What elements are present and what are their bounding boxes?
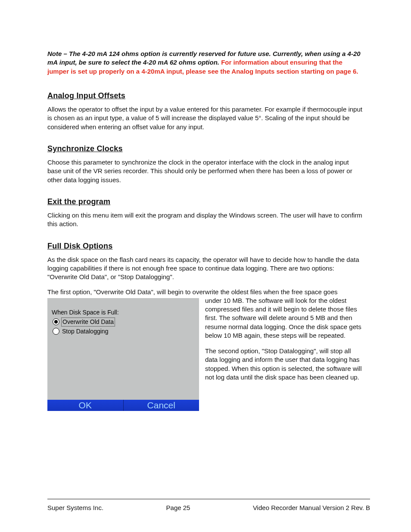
radio-stop-label: Stop Datalogging <box>61 327 109 336</box>
ok-button[interactable]: OK <box>47 400 124 411</box>
radio-icon <box>53 328 59 335</box>
dialog-body: When Disk Space is Full: Overwrite Old D… <box>47 298 199 336</box>
radio-stop[interactable]: Stop Datalogging <box>52 327 195 336</box>
body-analog: Allows the operator to offset the input … <box>47 105 364 131</box>
body-exit: Clicking on this menu item will exit the… <box>47 211 364 229</box>
body-fulldisk-lead: The first option, "Overwrite Old Data", … <box>47 288 337 296</box>
note-trail: . <box>218 59 221 66</box>
footer-doc-version: Video Recorder Manual Version 2 Rev. B <box>253 504 370 512</box>
document-page: Note – The 4-20 mA 124 ohms option is cu… <box>0 0 411 532</box>
heading-analog-input-offsets: Analog Input Offsets <box>47 90 364 101</box>
body-sync: Choose this parameter to synchronize the… <box>47 158 364 184</box>
body-fulldisk-intro: As the disk space on the flash card near… <box>47 255 364 282</box>
fulldisk-detail: The first option, "Overwrite Old Data", … <box>47 288 364 414</box>
dialog-button-bar: OK Cancel <box>47 400 199 411</box>
page-footer: Super Systems Inc. Page 25 Video Recorde… <box>47 499 370 512</box>
cancel-button[interactable]: Cancel <box>124 400 199 411</box>
note-block: Note – The 4-20 mA 124 ohms option is cu… <box>47 50 364 76</box>
radio-overwrite[interactable]: Overwrite Old Data <box>52 317 195 327</box>
radio-overwrite-label: Overwrite Old Data <box>61 317 115 327</box>
heading-exit-program: Exit the program <box>47 196 364 207</box>
heading-full-disk-options: Full Disk Options <box>47 241 364 251</box>
footer-page-number: Page 25 <box>166 504 190 512</box>
dialog-title: When Disk Space is Full: <box>52 308 195 317</box>
heading-synchronize-clocks: Synchronize Clocks <box>47 143 364 154</box>
footer-company: Super Systems Inc. <box>47 504 103 512</box>
radio-icon <box>53 318 59 325</box>
disk-full-dialog: When Disk Space is Full: Overwrite Old D… <box>47 298 199 411</box>
